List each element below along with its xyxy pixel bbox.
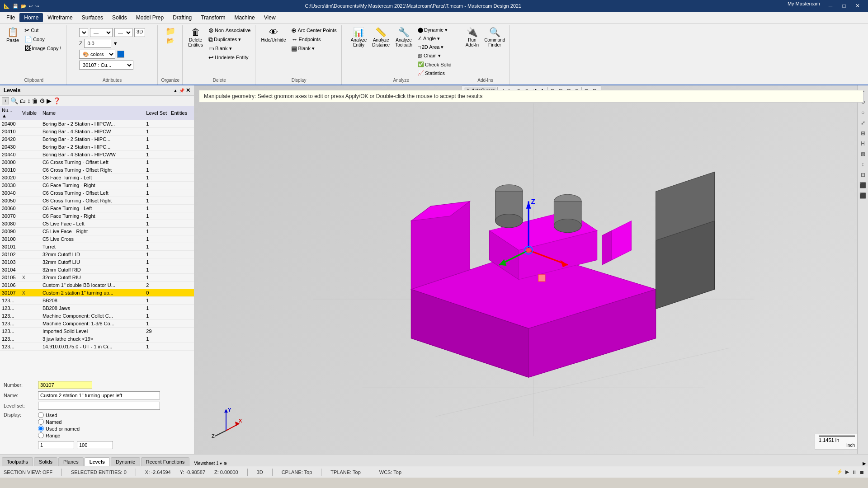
radio-used-or-named[interactable]: Used or named (38, 426, 113, 432)
delete-level-btn[interactable]: 🗑 (32, 97, 38, 104)
table-row[interactable]: 20430 Boring Bar - 2 Station - HIPC... 1 (0, 143, 194, 151)
zoom-area-btn[interactable]: ⊞ (859, 129, 868, 138)
pan-btn[interactable]: ⤢ (859, 118, 868, 127)
duplicates-button[interactable]: ⧉ Duplicates ▾ (207, 35, 252, 43)
table-row[interactable]: 30080 C5 Live Face - Left 1 (0, 220, 194, 228)
levels-close[interactable]: ✕ (186, 87, 190, 94)
table-row[interactable]: 30104 32mm Cutoff RID 1 (0, 266, 194, 274)
hide-unhide-button[interactable]: 👁 Hide/Unhide (259, 26, 288, 44)
col-visible[interactable]: Visible (20, 106, 41, 120)
command-finder-button[interactable]: 🔍 CommandFinder (482, 26, 507, 49)
status-icon1[interactable]: ⚡ (836, 469, 843, 475)
table-row[interactable]: 30030 C6 Face Turning - Right 1 (0, 182, 194, 189)
range-from-input[interactable] (38, 441, 74, 449)
blank-display-button[interactable]: ▤ Blank ▾ (289, 44, 338, 52)
run-addin-button[interactable]: 🔌 RunAdd-In (464, 26, 481, 49)
angle-button[interactable]: ∠ Angle ▾ (416, 35, 453, 42)
cut-button[interactable]: ✂ Cut (23, 26, 63, 34)
2d-area-button[interactable]: □ 2D Area ▾ (416, 43, 453, 51)
menu-wireframe[interactable]: Wireframe (43, 13, 77, 22)
viewport[interactable]: 🖱 AutoCursor ◀ ▶ ⊕ ⊙ ↺ ↻ ⊡ ⊟ ⊠ ⟳ ⊞ ⊠ Man… (194, 85, 868, 454)
radio-named-input[interactable] (38, 419, 44, 425)
sort-icon[interactable]: ↕ (27, 97, 30, 104)
copy-button[interactable]: 📄 Copy (23, 35, 63, 43)
menu-surfaces[interactable]: Surfaces (77, 13, 108, 22)
radio-range[interactable]: Range (38, 432, 113, 438)
nav-right-4[interactable]: ⬛ (859, 181, 868, 190)
table-row[interactable]: 123... Machine Component: Collet C... 1 (0, 312, 194, 320)
analyze-toolpath-button[interactable]: 🔧 AnalyzeToolpath (393, 26, 414, 49)
search-levels-btn[interactable]: 🔍 (10, 97, 18, 104)
tab-dynamic[interactable]: Dynamic (111, 457, 140, 466)
table-row[interactable]: 123... Machine Component: 1-3/8 Co... 1 (0, 320, 194, 328)
table-row[interactable]: 30106 Custom 1" double BB locator U... 2 (0, 282, 194, 289)
line-style-select[interactable]: + (79, 28, 88, 37)
table-row[interactable]: 20400 Boring Bar - 2 Station - HIPCW... … (0, 120, 194, 128)
tab-recent[interactable]: Recent Functions (141, 457, 190, 466)
check-solid-button[interactable]: ✅ Check Solid (416, 61, 453, 68)
menu-view[interactable]: View (259, 13, 280, 22)
chain-button[interactable]: ⛓ Chain ▾ (416, 52, 453, 60)
table-row[interactable]: 30040 C6 Cross Turning - Offset Left 1 (0, 189, 194, 197)
analyze-distance-button[interactable]: 📏 AnalyzeDistance (370, 26, 392, 49)
line-width-select[interactable]: — (114, 28, 132, 37)
levels-pin[interactable]: 📌 (179, 88, 184, 93)
table-row[interactable]: 123... 14.910.0.0175.0 - UT - 1 in Cr...… (0, 343, 194, 351)
add-level-btn[interactable]: + (2, 97, 9, 104)
blank-button[interactable]: ▭ Blank ▾ (207, 44, 252, 52)
dynamic-button[interactable]: ⬤ Dynamic ▾ (416, 26, 453, 34)
levels-table[interactable]: Nu... ▲ Visible Name Level Set Entities … (0, 106, 194, 378)
redo-icon[interactable]: ↪ (35, 4, 39, 9)
help-icon[interactable]: ❓ (53, 97, 61, 104)
radio-used-input[interactable] (38, 412, 44, 418)
radio-used[interactable]: Used (38, 412, 113, 418)
save-icon[interactable]: 💾 (13, 4, 18, 9)
color-select[interactable]: 🎨 colors (79, 50, 115, 59)
menu-drafting[interactable]: Drafting (168, 13, 196, 22)
config-icon[interactable]: ⚙ (39, 97, 45, 104)
image-copy-button[interactable]: 🖼 Image Copy ! (23, 44, 63, 52)
col-name[interactable]: Name (41, 106, 144, 120)
col-num[interactable]: Nu... ▲ (0, 106, 20, 120)
col-levelset[interactable]: Level Set (144, 106, 169, 120)
layer-icon[interactable]: 🗂 (19, 97, 26, 104)
table-row[interactable]: 123... 3 jaw lathe chuck <19> 1 (0, 335, 194, 343)
arrow-icon[interactable]: ▶ (47, 97, 52, 104)
table-row[interactable]: 30105 X 32mm Cutoff RIU 1 (0, 274, 194, 282)
table-row[interactable]: 30060 C6 Face Turning - Left 1 (0, 205, 194, 212)
levels-scroll-up[interactable]: ▲ (173, 88, 178, 93)
line-thickness-select[interactable]: — (90, 28, 113, 37)
menu-transform[interactable]: Transform (196, 13, 230, 22)
tab-planes[interactable]: Planes (58, 457, 84, 466)
menu-home[interactable]: Home (19, 13, 43, 22)
endpoints-button[interactable]: ↔ Endpoints (289, 35, 338, 43)
view-btn[interactable]: ○ (859, 108, 868, 117)
viewsheet-tab[interactable]: Viewsheet 1 ▾ ⊕ (194, 461, 227, 466)
table-row[interactable]: 30010 C6 Cross Turning - Offset Right 1 (0, 166, 194, 174)
delete-entities-button[interactable]: 🗑 DeleteEntities (186, 26, 205, 49)
table-row[interactable]: 30090 C5 Live Face - Right 1 (0, 228, 194, 235)
scroll-right-btn[interactable]: ▶ (863, 461, 866, 466)
level-select[interactable]: 30107 : Cu... (79, 61, 133, 70)
radio-named[interactable]: Named (38, 419, 113, 425)
menu-solids[interactable]: Solids (108, 13, 132, 22)
fit-btn[interactable]: H (859, 139, 868, 148)
table-row[interactable]: 30100 C5 Live Cross 1 (0, 235, 194, 243)
arc-center-button[interactable]: ⊕ Arc Center Points (289, 26, 338, 34)
table-row[interactable]: 20440 Boring Bar - 4 Station - HIPCWW 1 (0, 151, 194, 159)
nav-right-5[interactable]: ⬛ (859, 191, 868, 200)
tab-toolpaths[interactable]: Toolpaths (2, 457, 33, 466)
undo-icon[interactable]: ↩ (29, 4, 33, 9)
table-row[interactable]: 30103 32mm Cutoff LIU 1 (0, 258, 194, 266)
table-row[interactable]: 20410 Boring Bar - 4 Station - HIPCW 1 (0, 128, 194, 136)
maximize-button[interactable]: □ (837, 1, 851, 11)
organize-icon1[interactable]: 📁 (165, 26, 175, 36)
radio-range-input[interactable] (38, 432, 44, 438)
range-to-input[interactable] (77, 441, 113, 449)
status-icon2[interactable]: ▶ (845, 469, 849, 475)
table-row[interactable]: 123... Imported Solid Level 29 (0, 328, 194, 335)
color-swatch[interactable] (117, 51, 124, 58)
nav-right-2[interactable]: ↕ (859, 160, 868, 169)
z-value-input[interactable] (84, 39, 111, 48)
table-row[interactable]: 123... BB208 Jaws 1 (0, 305, 194, 312)
